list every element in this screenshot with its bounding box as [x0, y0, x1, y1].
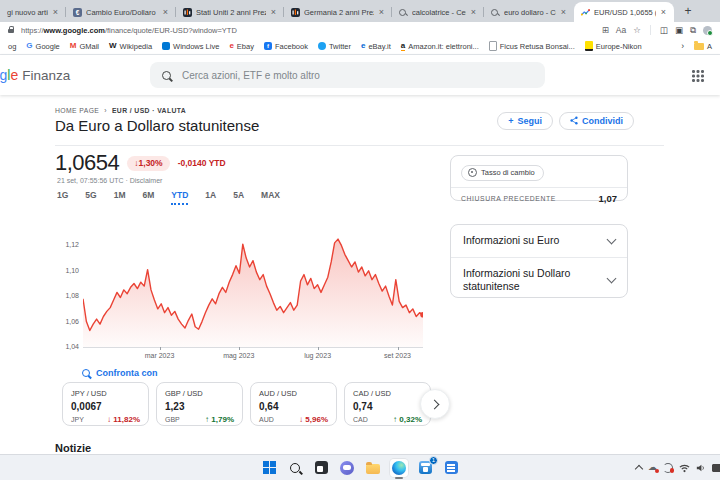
onedrive-cloud-icon[interactable]: ☁: [648, 463, 657, 472]
tab-close-icon[interactable]: ×: [52, 7, 59, 17]
period-option[interactable]: 6M: [143, 190, 155, 205]
add-favorite-icon[interactable]: ☆: [633, 26, 641, 35]
bookmark-item[interactable]: GGoogle: [26, 42, 59, 51]
share-button[interactable]: Condividi: [559, 112, 634, 130]
taskbar-search-button[interactable]: [286, 459, 304, 477]
taskbar-file-explorer[interactable]: [364, 459, 382, 477]
apps-grid-icon[interactable]: [691, 69, 704, 82]
address-bar[interactable]: https://www.google.com/finance/quote/EUR…: [21, 26, 595, 35]
taskbar-store-button[interactable]: 1: [416, 459, 434, 477]
quote-timestamp: 21 set, 07:55:56 UTC · Disclaimer: [57, 177, 162, 184]
tab-close-icon[interactable]: ×: [378, 7, 385, 17]
toolbar-divider: [650, 25, 651, 35]
breadcrumb: HOME PAGE › EUR / USD · VALUTA: [55, 107, 186, 114]
card-divider: [451, 187, 627, 188]
compare-card-jpy[interactable]: JPY / USD 0,0067 JPY↓ 11,82%: [62, 382, 149, 426]
bookmark-item[interactable]: Ficus Retusa Bonsai...: [489, 41, 575, 51]
new-tab-button[interactable]: +: [680, 3, 696, 19]
bookmarks-overflow-icon[interactable]: ›: [681, 42, 684, 51]
breadcrumb-home[interactable]: HOME PAGE: [55, 107, 99, 114]
browser-tab[interactable]: € Cambio Euro/Dollaro ×: [66, 2, 176, 22]
browser-tab-active[interactable]: EUR/USD 1,0655 (▲0.. ×: [574, 2, 674, 22]
browser-tab[interactable]: calcolatrice - Cerca ×: [392, 2, 484, 22]
compare-card-aud[interactable]: AUD / USD 0,64 AUD↓ 5,96%: [250, 382, 337, 426]
compare-scroll-next-button[interactable]: [420, 389, 450, 419]
start-button[interactable]: [260, 459, 278, 477]
bookmark-item[interactable]: Europe-Nikon: [585, 41, 642, 51]
period-option[interactable]: MAX: [261, 190, 280, 205]
tab-title: Germania 2 anni Prez...: [304, 8, 374, 17]
windows-live-favicon: [162, 42, 170, 50]
browser-tab[interactable]: euro dollaro - Cerca ×: [484, 2, 574, 22]
folder-icon: [366, 464, 380, 474]
taskbar-chat-button[interactable]: [338, 459, 356, 477]
pair-change: ↑ 0,32%: [393, 415, 422, 424]
period-option[interactable]: 1M: [114, 190, 126, 205]
chevron-down-icon: [607, 234, 617, 244]
page-title: Da Euro a Dollaro statunitense: [55, 117, 259, 134]
twitter-favicon: [318, 42, 326, 50]
tab-title: calcolatrice - Cerca: [412, 8, 466, 17]
split-screen-icon[interactable]: ◫: [660, 26, 668, 35]
info-row-usd[interactable]: Informazioni su Dollaro statunitense: [451, 258, 627, 303]
bookmark-label: Wikipedia: [120, 42, 153, 51]
windows-taskbar: 1 ☁: [0, 454, 720, 480]
tab-close-icon[interactable]: ×: [660, 7, 667, 17]
compare-card-cad[interactable]: CAD / USD 0,74 CAD↑ 0,32%: [344, 382, 431, 426]
wifi-icon[interactable]: [679, 459, 690, 477]
bookmark-item[interactable]: og: [8, 42, 16, 51]
exchange-rate-chip[interactable]: Tasso di cambio: [461, 165, 544, 181]
quote-price: 1,0654: [55, 150, 119, 176]
finance-search-bar[interactable]: [150, 62, 545, 88]
tab-close-icon[interactable]: ×: [470, 7, 477, 17]
volume-icon[interactable]: [696, 459, 706, 477]
browser-profile-icon[interactable]: [703, 26, 712, 35]
follow-button[interactable]: + Segui: [497, 112, 553, 130]
compare-card-gbp[interactable]: GBP / USD 1,23 GBP↑ 1,79%: [156, 382, 243, 426]
tab-title: Cambio Euro/Dollaro: [86, 8, 158, 17]
collections-icon[interactable]: ▣: [675, 26, 683, 35]
period-option[interactable]: 1G: [57, 190, 68, 205]
bookmark-item[interactable]: fFacebook: [264, 42, 308, 51]
other-favorites-folder[interactable]: A: [694, 42, 712, 51]
bookmark-item[interactable]: MGMail: [70, 42, 99, 51]
taskbar-app-blue[interactable]: [442, 459, 460, 477]
tab-close-icon[interactable]: ×: [162, 7, 169, 17]
compare-with-link[interactable]: Confronta con: [82, 368, 158, 378]
tab-close-icon[interactable]: ×: [560, 7, 567, 17]
price-chart[interactable]: 1,121,101,081,061,04 mar 2023mag 2023lug…: [53, 234, 437, 366]
sync-icon[interactable]: [663, 463, 673, 473]
tab-close-icon[interactable]: ×: [270, 7, 277, 17]
bookmark-item[interactable]: Windows Live: [162, 42, 219, 51]
taskbar-app-dark[interactable]: [312, 459, 330, 477]
taskbar-edge-button[interactable]: [390, 459, 408, 477]
browser-tab[interactable]: gi nuovo artic ×: [0, 2, 66, 22]
period-option[interactable]: 5G: [85, 190, 96, 205]
bookmark-item[interactable]: WWikipedia: [109, 42, 152, 51]
tab-actions-icon[interactable]: ⊞: [602, 26, 609, 35]
finance-logo[interactable]: Google Finanza: [0, 67, 70, 83]
lock-icon[interactable]: [8, 29, 14, 34]
pair-label: AUD / USD: [259, 389, 328, 398]
layers-icon[interactable]: ⧉: [690, 26, 696, 35]
compare-label: Confronta con: [96, 368, 158, 378]
browser-tab[interactable]: Germania 2 anni Prez... ×: [284, 2, 392, 22]
x-tick-label: mag 2023: [223, 352, 254, 359]
bookmark-item[interactable]: Twitter: [318, 42, 351, 51]
bookmark-item[interactable]: eEbay: [229, 42, 254, 51]
chart-area: [83, 239, 423, 347]
battery-icon[interactable]: [712, 464, 720, 472]
bookmark-label: Facebook: [275, 42, 308, 51]
search-input[interactable]: [180, 69, 533, 82]
period-option[interactable]: 5A: [233, 190, 244, 205]
bookmark-item[interactable]: aAmazon.it: elettroni...: [401, 42, 479, 51]
tray-chevron-up-icon[interactable]: [635, 464, 643, 472]
info-row-euro[interactable]: Informazioni su Euro: [451, 225, 627, 258]
period-option[interactable]: YTD: [171, 190, 188, 205]
folder-icon: [694, 43, 704, 50]
bookmark-label: Ficus Retusa Bonsai...: [500, 42, 575, 51]
read-aloud-icon[interactable]: Aa: [616, 26, 626, 35]
bookmark-item[interactable]: eeBay.it: [361, 42, 391, 51]
browser-tab[interactable]: Stati Uniti 2 anni Prez... ×: [176, 2, 284, 22]
period-option[interactable]: 1A: [205, 190, 216, 205]
